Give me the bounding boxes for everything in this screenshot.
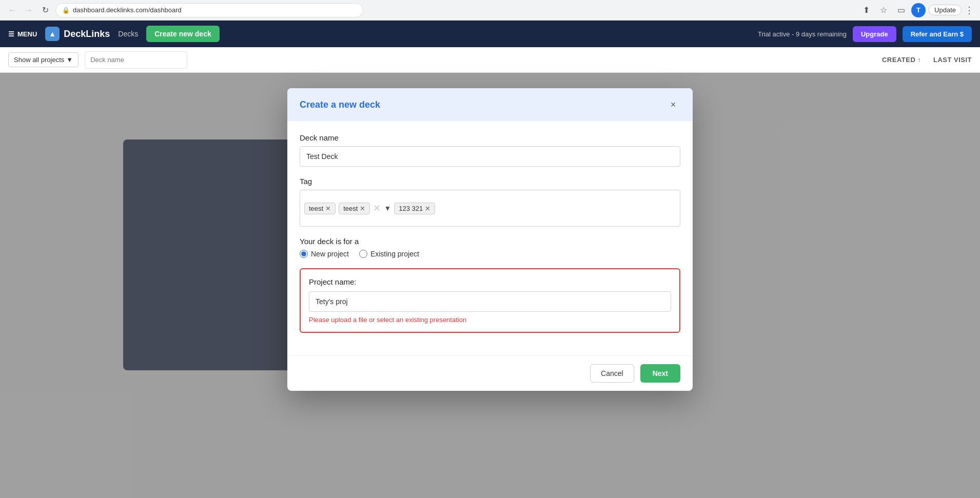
- next-button[interactable]: Next: [640, 364, 680, 383]
- user-avatar[interactable]: T: [911, 3, 926, 17]
- sort-up-arrow-icon: ↑: [917, 56, 921, 64]
- forward-button[interactable]: →: [23, 4, 35, 16]
- new-project-radio-option[interactable]: New project: [300, 250, 349, 258]
- menu-label: MENU: [17, 30, 37, 38]
- update-button[interactable]: Update: [929, 5, 962, 15]
- tag-remove-button[interactable]: ✕: [360, 205, 365, 212]
- trial-text: Trial active - 9 days remaining: [758, 30, 847, 38]
- tag-remove-button[interactable]: ✕: [425, 205, 430, 212]
- toolbar: Show all projects ▼ CREATED ↑ LAST VISIT: [0, 47, 980, 73]
- cancel-button[interactable]: Cancel: [590, 364, 634, 383]
- logo-text: DeckLinks: [64, 29, 110, 39]
- menu-button[interactable]: ☰ MENU: [8, 30, 37, 38]
- tag-text: teest: [309, 205, 323, 212]
- chevron-down-icon: ▼: [66, 56, 73, 64]
- browser-actions: ⬆ ☆ ▭ T Update ⋮: [859, 3, 974, 17]
- tag-group: Tag teest ✕ teest ✕ ✕ ▼ 123 321 ✕: [300, 177, 680, 227]
- tag-item: teest ✕: [339, 203, 370, 214]
- existing-project-radio[interactable]: [359, 250, 367, 258]
- toolbar-right: CREATED ↑ LAST VISIT: [882, 56, 972, 64]
- deck-name-input[interactable]: [300, 146, 680, 167]
- project-name-section-label: Project name:: [309, 277, 671, 286]
- lock-icon: 🔒: [62, 7, 70, 14]
- deck-name-label: Deck name: [300, 133, 680, 142]
- new-project-label: New project: [311, 250, 349, 258]
- upgrade-button[interactable]: Upgrade: [853, 26, 896, 42]
- tag-separator: ✕: [373, 203, 381, 214]
- hamburger-icon: ☰: [8, 30, 14, 38]
- tag-text: 123 321: [399, 205, 423, 212]
- tag-input-container[interactable]: teest ✕ teest ✕ ✕ ▼ 123 321 ✕: [300, 190, 680, 227]
- deck-name-filter-input[interactable]: [85, 51, 187, 69]
- deck-name-group: Deck name: [300, 133, 680, 167]
- share-icon[interactable]: ⬆: [859, 3, 873, 17]
- more-options-icon[interactable]: ⋮: [965, 5, 974, 16]
- url-text: dashboard.decklinks.com/dashboard: [73, 6, 182, 14]
- deck-for-group: Your deck is for a New project Existing …: [300, 237, 680, 258]
- project-type-radio-group: New project Existing project: [300, 250, 680, 258]
- modal-title: Create a new deck: [300, 99, 380, 110]
- header-right: Trial active - 9 days remaining Upgrade …: [758, 26, 972, 42]
- app-header: ☰ MENU ▲ DeckLinks Decks Create new deck…: [0, 21, 980, 47]
- tag-item: teest ✕: [304, 203, 336, 214]
- decks-nav-link[interactable]: Decks: [118, 30, 138, 38]
- deck-for-label: Your deck is for a: [300, 237, 680, 246]
- created-column-header: CREATED ↑: [882, 56, 921, 64]
- error-message: Please upload a file or select an existi…: [309, 316, 671, 324]
- project-name-input[interactable]: [309, 291, 671, 312]
- show-all-projects-button[interactable]: Show all projects ▼: [8, 52, 79, 67]
- modal-header: Create a new deck ×: [287, 88, 693, 121]
- main-content: Watch this Tutorial Create a new deck × …: [0, 73, 980, 498]
- existing-project-label: Existing project: [370, 250, 419, 258]
- show-all-projects-label: Show all projects: [14, 56, 64, 64]
- extensions-icon[interactable]: ▭: [894, 3, 908, 17]
- tag-dropdown-button[interactable]: ▼: [384, 204, 391, 212]
- create-deck-modal: Create a new deck × Deck name Tag teest …: [287, 88, 693, 391]
- logo-area: ▲ DeckLinks: [45, 27, 110, 41]
- project-name-section: Project name: Please upload a file or se…: [300, 268, 680, 333]
- new-project-radio[interactable]: [300, 250, 308, 258]
- refer-button[interactable]: Refer and Earn $: [903, 26, 972, 42]
- tag-text: teest: [343, 205, 358, 212]
- existing-project-radio-option[interactable]: Existing project: [359, 250, 419, 258]
- modal-body: Deck name Tag teest ✕ teest ✕ ✕ ▼: [287, 121, 693, 355]
- bookmark-icon[interactable]: ☆: [876, 3, 891, 17]
- back-button[interactable]: ←: [6, 4, 18, 16]
- tag-label: Tag: [300, 177, 680, 186]
- address-bar[interactable]: 🔒 dashboard.decklinks.com/dashboard: [55, 3, 363, 17]
- refresh-button[interactable]: ↻: [39, 4, 51, 16]
- tag-remove-button[interactable]: ✕: [325, 205, 331, 212]
- modal-close-button[interactable]: ×: [666, 97, 680, 112]
- tag-item: 123 321 ✕: [394, 203, 435, 214]
- create-new-deck-button[interactable]: Create new deck: [146, 26, 220, 42]
- logo-icon: ▲: [45, 27, 60, 41]
- last-visit-column-header: LAST VISIT: [933, 56, 972, 64]
- modal-footer: Cancel Next: [287, 355, 693, 391]
- browser-bar: ← → ↻ 🔒 dashboard.decklinks.com/dashboar…: [0, 0, 980, 21]
